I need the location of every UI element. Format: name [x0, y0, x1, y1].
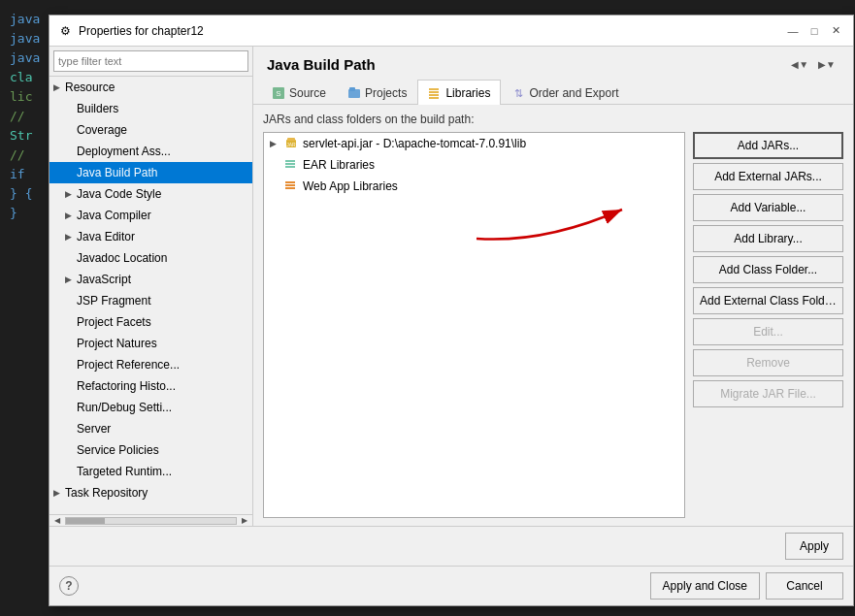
title-bar: ⚙ Properties for chapter12 — □ ✕ [49, 16, 853, 47]
svg-text:S: S [276, 89, 280, 98]
sidebar-item-resource[interactable]: ▶ Resource [49, 77, 252, 98]
sidebar-item-jsp-fragment[interactable]: JSP Fragment [49, 290, 252, 311]
tree-item-arrow: ▶ [270, 139, 283, 148]
svg-rect-15 [285, 181, 295, 183]
migrate-jar-button[interactable]: Migrate JAR File... [693, 380, 843, 407]
sidebar-item-deployment[interactable]: Deployment Ass... [49, 141, 252, 162]
action-buttons-panel: Add JARs... Add External JARs... Add Var… [693, 132, 843, 518]
nav-back-button[interactable]: ◀ ▼ [787, 57, 812, 72]
dialog-bottom: Apply ? Apply and Close Cancel [49, 526, 853, 605]
content-area: JARs and class folders on the build path… [253, 105, 853, 526]
tree-item-servlet-label: servlet-api.jar - D:\apache-tomcat-7.0.9… [303, 137, 526, 150]
nav-menu-icon: ▼ [799, 59, 808, 70]
filter-input-wrap [49, 47, 252, 77]
edit-button[interactable]: Edit... [693, 318, 843, 345]
tab-libraries[interactable]: Libraries [417, 80, 501, 105]
tree-arrow: ▶ [65, 211, 77, 220]
sidebar-item-targeted-runtime[interactable]: Targeted Runtim... [49, 461, 252, 482]
add-class-folder-button[interactable]: Add Class Folder... [693, 256, 843, 283]
tree-item-webapp[interactable]: Web App Libraries [264, 176, 684, 197]
scroll-right-btn[interactable]: ▶ [239, 515, 250, 527]
sidebar-tree: ▶ Resource Builders Coverage Deployment … [49, 77, 252, 514]
scroll-left-btn[interactable]: ◀ [51, 515, 63, 527]
order-tab-icon: ⇅ [511, 86, 525, 100]
back-arrow-icon: ◀ [791, 59, 799, 70]
main-header: Java Build Path ◀ ▼ ▶ ▼ [253, 47, 853, 79]
tree-item-ear[interactable]: EAR Libraries [264, 154, 684, 176]
tab-libraries-label: Libraries [445, 86, 490, 100]
sidebar-item-project-natures[interactable]: Project Natures [49, 333, 252, 354]
sidebar-item-javadoc-location[interactable]: Javadoc Location [49, 247, 252, 269]
sidebar-item-coverage[interactable]: Coverage [49, 119, 252, 141]
svg-rect-5 [429, 91, 439, 93]
svg-text:JAR: JAR [286, 142, 296, 147]
svg-rect-3 [349, 87, 355, 91]
tab-order-label: Order and Export [529, 86, 618, 100]
sidebar-item-java-build-path[interactable]: Java Build Path [49, 162, 252, 183]
tree-item-ear-label: EAR Libraries [303, 158, 375, 172]
remove-button[interactable]: Remove [693, 349, 843, 376]
sidebar-item-java-code-style[interactable]: ▶ Java Code Style [49, 183, 252, 205]
sidebar-item-project-facets[interactable]: Project Facets [49, 311, 252, 333]
close-button[interactable]: ✕ [826, 21, 845, 41]
sidebar-item-refactoring[interactable]: Refactoring Histo... [49, 375, 252, 397]
horizontal-scrollbar[interactable]: ◀ ▶ [49, 515, 252, 527]
svg-rect-4 [429, 88, 439, 90]
svg-text:⇅: ⇅ [514, 87, 523, 99]
nav-forward-button[interactable]: ▶ ▼ [814, 57, 839, 72]
add-external-class-folder-button[interactable]: Add External Class Folder... [693, 287, 843, 314]
dialog-icon: ⚙ [57, 23, 73, 39]
libraries-tab-icon [428, 86, 442, 100]
tabs-bar: S Source Projects Libraries [253, 79, 853, 105]
build-path-tree[interactable]: ▶ JAR servlet-api.jar - D:\apache-tomcat… [263, 132, 685, 518]
sidebar-item-project-references[interactable]: Project Reference... [49, 354, 252, 375]
help-button[interactable]: ? [59, 576, 79, 596]
source-tab-icon: S [272, 86, 285, 100]
properties-dialog: ⚙ Properties for chapter12 — □ ✕ ▶ Resou… [49, 15, 854, 606]
add-external-jars-button[interactable]: Add External JARs... [693, 163, 843, 190]
sidebar-item-builders[interactable]: Builders [49, 98, 252, 119]
page-title: Java Build Path [267, 56, 376, 73]
add-variable-button[interactable]: Add Variable... [693, 194, 843, 221]
svg-rect-12 [285, 160, 295, 162]
projects-tab-icon [347, 86, 361, 100]
sidebar-item-javascript[interactable]: ▶ JavaScript [49, 269, 252, 290]
sidebar-item-service-policies[interactable]: Service Policies [49, 439, 252, 461]
sidebar-item-run-debug[interactable]: Run/Debug Setti... [49, 397, 252, 418]
tab-order-export[interactable]: ⇅ Order and Export [501, 80, 629, 105]
svg-rect-17 [285, 187, 295, 189]
add-jars-button[interactable]: Add JARs... [693, 132, 843, 159]
sidebar-item-server[interactable]: Server [49, 418, 252, 439]
maximize-button[interactable]: □ [805, 21, 824, 41]
minimize-button[interactable]: — [783, 21, 803, 41]
content-pane: ▶ JAR servlet-api.jar - D:\apache-tomcat… [263, 132, 843, 518]
apply-button[interactable]: Apply [785, 533, 843, 560]
scroll-track[interactable] [65, 517, 237, 525]
main-content: Java Build Path ◀ ▼ ▶ ▼ S [253, 47, 853, 526]
filter-input[interactable] [53, 50, 248, 72]
tree-arrow: ▶ [65, 232, 77, 242]
tree-arrow: ▶ [65, 275, 77, 284]
svg-rect-14 [285, 166, 295, 168]
ear-lib-icon [283, 157, 299, 173]
nav-buttons: ◀ ▼ ▶ ▼ [787, 57, 839, 72]
cancel-button[interactable]: Cancel [766, 572, 843, 600]
svg-rect-7 [429, 97, 439, 99]
dialog-body: ▶ Resource Builders Coverage Deployment … [49, 47, 853, 526]
tab-source[interactable]: S Source [261, 80, 337, 105]
nav-menu-icon2: ▼ [826, 59, 836, 70]
bottom-row2: ? Apply and Close Cancel [49, 566, 853, 605]
svg-rect-16 [285, 184, 295, 186]
tree-arrow: ▶ [53, 488, 65, 498]
apply-and-close-button[interactable]: Apply and Close [650, 572, 760, 600]
bottom-row1: Apply [49, 527, 853, 566]
sidebar-item-java-compiler[interactable]: ▶ Java Compiler [49, 205, 252, 226]
sidebar-item-java-editor[interactable]: ▶ Java Editor [49, 226, 252, 247]
forward-arrow-icon: ▶ [818, 59, 826, 70]
tab-projects[interactable]: Projects [337, 80, 417, 105]
add-library-button[interactable]: Add Library... [693, 225, 843, 252]
sidebar-item-task-repository[interactable]: ▶ Task Repository [49, 482, 252, 503]
svg-rect-6 [429, 94, 439, 96]
tab-projects-label: Projects [365, 86, 407, 100]
tree-item-servlet[interactable]: ▶ JAR servlet-api.jar - D:\apache-tomcat… [264, 133, 684, 154]
